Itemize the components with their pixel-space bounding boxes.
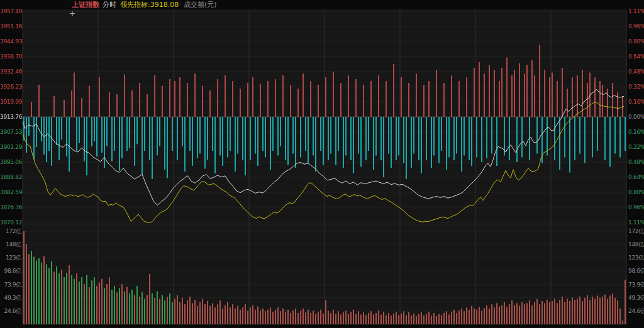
axis-tick-label: 0.32% [628, 145, 644, 150]
axis-tick-label: 49.3亿 [628, 295, 644, 300]
axis-tick-label: 24.6亿 [0, 308, 21, 314]
intraday-chart-window: 上证指数 分时 领先指标:3918.08 成交额(元) 3957.403951.… [0, 0, 644, 328]
axis-tick-label: 3926.23 [0, 84, 21, 90]
axis-tick-label: 73.9亿 [0, 282, 21, 287]
axis-tick-label: 0.96% [628, 24, 644, 30]
axis-tick-label: 3938.70 [0, 54, 21, 60]
axis-tick-label: 0.64% [628, 54, 644, 60]
axis-tick-label: 3876.36 [0, 205, 21, 210]
axis-tick-label: 3870.12 [0, 220, 21, 226]
axis-tick-label: 49.3亿 [0, 295, 21, 300]
axis-tick-label: 0.80% [628, 39, 644, 45]
axis-tick-label: 172亿 [0, 229, 21, 234]
axis-tick-label: 0.96% [628, 205, 644, 210]
axis-tick-label: 3901.29 [0, 145, 21, 150]
axis-tick-label: 3944.93 [0, 39, 21, 45]
axis-tick-label: 3882.59 [0, 190, 21, 195]
axis-tick-label: 3957.40 [0, 9, 21, 14]
axis-tick-label: 0.16% [628, 99, 644, 105]
axis-tick-label: 123亿 [0, 255, 21, 261]
axis-tick-label: 123亿 [628, 255, 644, 261]
axis-tick-label: 148亿 [628, 242, 644, 248]
axis-tick-label: 0.48% [628, 69, 644, 75]
axis-tick-label: 98.6亿 [628, 268, 644, 274]
axis-tick-label: 98.6亿 [0, 268, 21, 274]
chart-plot-area[interactable] [23, 10, 626, 324]
axis-tick-label: 1.11% [628, 9, 644, 14]
axis-tick-label: 3932.46 [0, 69, 21, 75]
axis-tick-label: 3888.82 [0, 175, 21, 180]
axis-tick-label: 172亿 [628, 229, 644, 234]
axis-tick-label: 0.48% [628, 160, 644, 165]
axis-tick-label: 73.9亿 [628, 282, 644, 287]
axis-tick-label: 148亿 [0, 242, 21, 248]
axis-tick-label: 0.80% [628, 190, 644, 195]
axis-tick-label: 3907.53 [0, 129, 21, 135]
axis-tick-label: 0.16% [628, 129, 644, 135]
axis-tick-label: 1.11% [628, 220, 644, 226]
axis-tick-label: 24.6亿 [628, 308, 644, 314]
axis-tick-label: 3913.76 [0, 114, 21, 120]
axis-tick-label: 0.64% [628, 175, 644, 180]
axis-tick-label: 3895.06 [0, 160, 21, 165]
axis-tick-label: 3919.99 [0, 99, 21, 105]
axis-tick-label: 3951.16 [0, 24, 21, 30]
axis-tick-label: 0.00% [628, 114, 644, 120]
axis-tick-label: 0.32% [628, 84, 644, 90]
